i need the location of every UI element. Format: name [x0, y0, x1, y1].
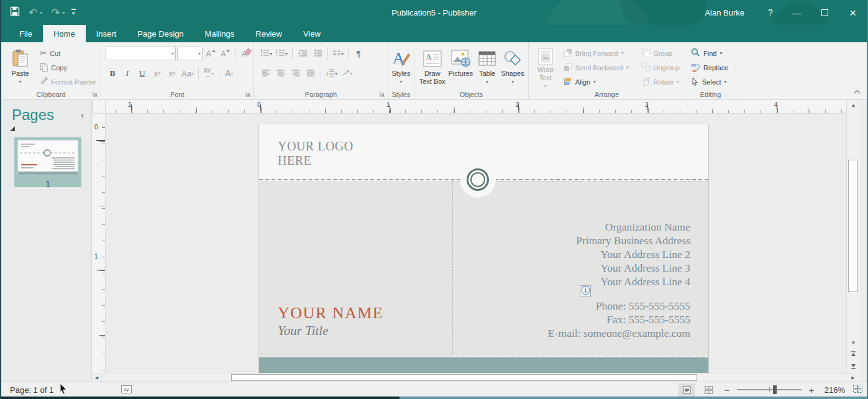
- next-page-icon[interactable]: [847, 360, 860, 372]
- contact-text-box[interactable]: Phone: 555-555-5555 Fax: 555-555-5555 E-…: [548, 299, 690, 340]
- align-button[interactable]: Align▾: [562, 75, 639, 88]
- horizontal-scrollbar-thumb[interactable]: [231, 374, 697, 381]
- bring-forward-button[interactable]: Bring Forward▾: [562, 47, 639, 60]
- minimize-button[interactable]: —: [783, 0, 811, 25]
- single-page-view-button[interactable]: [678, 383, 695, 397]
- decrease-indent-button[interactable]: [296, 47, 309, 60]
- select-button[interactable]: Select▾: [689, 75, 730, 88]
- shrink-font-button[interactable]: A: [219, 47, 232, 60]
- zoom-out-button[interactable]: −: [723, 385, 731, 395]
- ungroup-button[interactable]: Ungroup: [639, 61, 682, 74]
- account-user-name[interactable]: Alan Burke: [691, 8, 758, 17]
- ribbon: Paste ▾ ✂Cut Copy Format Painter Clipboa…: [1, 42, 867, 100]
- replace-button[interactable]: abacReplace: [689, 61, 730, 74]
- page-thumbnail-selected[interactable]: 1: [14, 137, 81, 187]
- group-button[interactable]: Group: [639, 47, 682, 60]
- line-spacing-button[interactable]: ↕▾: [324, 66, 339, 80]
- group-label-objects: Objects: [414, 91, 528, 98]
- logo-text-box[interactable]: YOUR LOGO HERE: [278, 139, 354, 168]
- group-label-clipboard: Clipboard: [1, 91, 101, 98]
- tab-home[interactable]: Home: [43, 25, 86, 42]
- draw-text-box-button[interactable]: A DrawText Box: [418, 45, 447, 90]
- tab-insert[interactable]: Insert: [86, 25, 127, 42]
- maximize-button[interactable]: [811, 0, 839, 25]
- columns-button[interactable]: ▾: [331, 47, 345, 60]
- vertical-scrollbar-thumb[interactable]: [848, 160, 858, 292]
- name-text-box[interactable]: YOUR NAME: [278, 304, 383, 323]
- superscript-button[interactable]: x2: [165, 66, 179, 80]
- scroll-up-icon[interactable]: ▲: [847, 100, 860, 111]
- hruler-number: 1: [386, 101, 390, 108]
- paste-icon: [12, 47, 29, 70]
- title-text-box[interactable]: Your Title: [278, 323, 329, 339]
- subscript-button[interactable]: x2: [150, 66, 164, 80]
- card-teal-bar[interactable]: [259, 357, 708, 373]
- publication-canvas[interactable]: YOUR LOGO HERE Organization Name Primary…: [106, 114, 846, 373]
- close-button[interactable]: ×: [839, 0, 867, 25]
- character-spacing-button[interactable]: AV↔▾: [202, 66, 216, 80]
- font-name-dropdown-icon[interactable]: ▾: [171, 51, 174, 57]
- collapse-pages-panel-icon[interactable]: ‹: [81, 110, 84, 120]
- italic-button[interactable]: I: [121, 66, 134, 80]
- send-backward-button[interactable]: Send Backward▾: [562, 61, 639, 74]
- increase-indent-button[interactable]: [311, 47, 324, 60]
- tab-view[interactable]: View: [293, 25, 331, 42]
- cut-icon: ✂: [40, 48, 47, 58]
- align-left-button[interactable]: [259, 66, 273, 80]
- font-color-button[interactable]: A▾: [222, 66, 236, 80]
- change-case-button[interactable]: Aa▾: [180, 66, 195, 80]
- bullets-button[interactable]: ▾: [259, 47, 273, 60]
- copy-button[interactable]: Copy: [38, 61, 98, 74]
- scroll-left-icon[interactable]: ◀: [92, 374, 102, 382]
- paragraph-dialog-launcher-icon[interactable]: [379, 91, 386, 98]
- shrink-font-arrow-icon: [226, 50, 230, 52]
- font-size-dropdown-icon[interactable]: ▾: [198, 51, 201, 57]
- find-button[interactable]: Find▾: [689, 47, 730, 60]
- organization-text-box[interactable]: Organization Name Primary Business Addre…: [576, 220, 690, 288]
- collapse-ribbon-icon[interactable]: [854, 85, 861, 96]
- underline-button[interactable]: U: [135, 66, 149, 80]
- tab-page-design[interactable]: Page Design: [127, 25, 194, 42]
- smart-tag-info-icon[interactable]: ⓘ: [580, 285, 591, 296]
- justify-button[interactable]: [304, 66, 318, 80]
- tab-mailings[interactable]: Mailings: [194, 25, 245, 42]
- group-label-arrange: Arrange: [529, 91, 685, 98]
- wrap-text-button[interactable]: WrapText ▾: [532, 45, 559, 90]
- zoom-in-button[interactable]: +: [808, 385, 815, 395]
- bold-button[interactable]: B: [106, 66, 119, 80]
- numbering-button[interactable]: ▾: [275, 47, 289, 60]
- tab-review[interactable]: Review: [245, 25, 293, 42]
- show-paragraph-marks-button[interactable]: ¶: [352, 47, 365, 60]
- align-center-button[interactable]: [274, 66, 288, 80]
- tab-file[interactable]: File: [9, 25, 43, 42]
- cut-button[interactable]: ✂Cut: [38, 47, 98, 60]
- pages-expander-icon[interactable]: [10, 126, 15, 131]
- table-button[interactable]: Table ▾: [475, 45, 500, 90]
- border-shading-button[interactable]: ▾: [340, 66, 354, 80]
- zoom-slider-thumb[interactable]: [773, 385, 777, 394]
- clear-formatting-button[interactable]: A: [239, 47, 253, 60]
- clipboard-dialog-launcher-icon[interactable]: [92, 91, 99, 98]
- scroll-right-icon[interactable]: ▶: [847, 374, 859, 382]
- font-name-combobox[interactable]: ▾: [106, 47, 176, 60]
- paste-button[interactable]: Paste ▾: [6, 45, 34, 90]
- shapes-button[interactable]: Shapes ▾: [500, 45, 526, 90]
- grow-font-button[interactable]: A: [204, 47, 217, 60]
- scroll-down-icon[interactable]: ▼: [847, 337, 860, 348]
- styles-button[interactable]: A Styles ▾: [391, 45, 411, 90]
- font-size-combobox[interactable]: ▾: [177, 47, 203, 60]
- help-icon[interactable]: ?: [758, 7, 783, 17]
- align-right-button[interactable]: [289, 66, 303, 80]
- circle-ornament[interactable]: [460, 162, 496, 198]
- send-backward-icon: [564, 63, 572, 73]
- two-page-view-button[interactable]: [701, 383, 717, 397]
- fit-page-icon[interactable]: [852, 384, 863, 395]
- zoom-slider[interactable]: [737, 385, 802, 395]
- zoom-level[interactable]: 216%: [821, 385, 845, 395]
- previous-page-icon[interactable]: [847, 348, 860, 360]
- format-painter-button[interactable]: Format Painter: [38, 75, 98, 88]
- pictures-button[interactable]: Pictures: [447, 45, 475, 90]
- paste-dropdown-icon[interactable]: ▾: [19, 78, 22, 86]
- font-dialog-launcher-icon[interactable]: [245, 91, 252, 98]
- rotate-button[interactable]: Rotate▾: [639, 75, 682, 88]
